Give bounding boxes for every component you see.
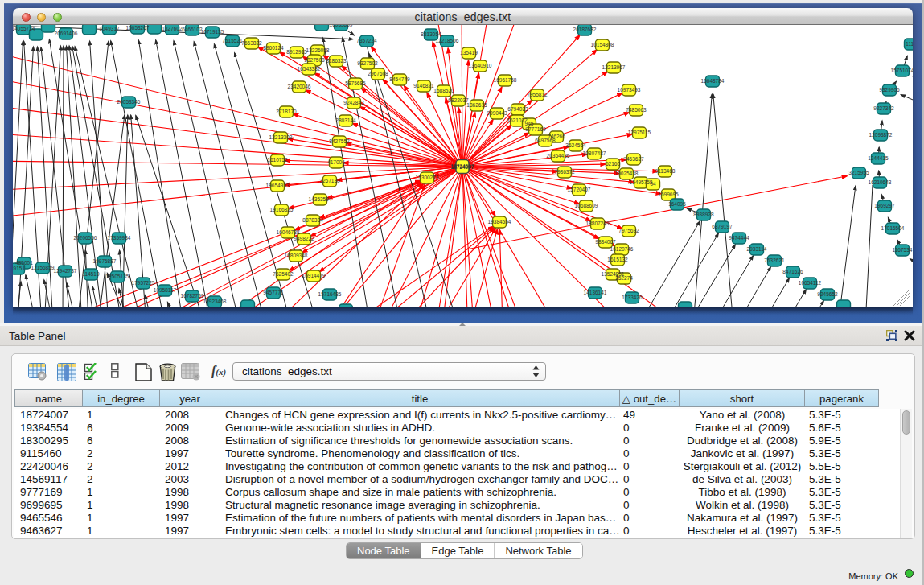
svg-text:19654933: 19654933 xyxy=(266,183,290,188)
svg-text:6466102: 6466102 xyxy=(182,27,203,32)
svg-text:9884067: 9884067 xyxy=(595,239,616,245)
svg-text:1969297: 1969297 xyxy=(874,203,895,208)
svg-text:9327502: 9327502 xyxy=(357,60,378,66)
svg-text:3215955: 3215955 xyxy=(848,170,869,175)
svg-text:1049317: 1049317 xyxy=(99,26,120,31)
svg-text:15751074: 15751074 xyxy=(891,68,913,73)
svg-text:1610752: 1610752 xyxy=(267,157,288,163)
svg-text:7975692: 7975692 xyxy=(618,228,639,233)
svg-text:114519: 114519 xyxy=(82,271,100,277)
svg-text:9457771: 9457771 xyxy=(263,290,284,295)
svg-text:19384554: 19384554 xyxy=(488,219,511,225)
svg-text:16120746: 16120746 xyxy=(610,246,634,252)
svg-text:5875685: 5875685 xyxy=(345,80,366,86)
svg-text:7625402: 7625402 xyxy=(273,271,294,277)
svg-text:6879197: 6879197 xyxy=(712,224,733,229)
svg-text:20691406: 20691406 xyxy=(55,31,78,36)
svg-text:1244415: 1244415 xyxy=(868,155,889,161)
svg-text:6497568: 6497568 xyxy=(535,138,556,143)
svg-text:20187682: 20187682 xyxy=(573,27,597,32)
svg-text:7485063: 7485063 xyxy=(626,107,647,113)
svg-text:9245652: 9245652 xyxy=(817,291,838,297)
svg-text:1588520: 1588520 xyxy=(433,88,454,93)
svg-text:16648784: 16648784 xyxy=(701,78,725,84)
svg-text:9227342: 9227342 xyxy=(873,105,894,111)
svg-text:1112: 1112 xyxy=(906,41,913,47)
svg-text:12942737: 12942737 xyxy=(54,268,77,274)
svg-text:19166825: 19166825 xyxy=(270,207,294,212)
svg-text:16210643: 16210643 xyxy=(869,179,892,185)
svg-text:12213303: 12213303 xyxy=(269,134,293,140)
svg-text:2933114: 2933114 xyxy=(747,246,767,252)
svg-text:14055724: 14055724 xyxy=(13,26,35,31)
svg-text:2967608: 2967608 xyxy=(368,71,388,76)
svg-text:16046738: 16046738 xyxy=(277,229,300,235)
svg-text:1167534: 1167534 xyxy=(893,247,913,253)
svg-text:3624554: 3624554 xyxy=(565,142,586,148)
svg-text:13640910: 13640910 xyxy=(469,63,492,68)
svg-text:16033809: 16033809 xyxy=(330,25,353,27)
svg-text:15300273: 15300273 xyxy=(416,175,439,180)
svg-text:7515521: 7515521 xyxy=(222,38,243,43)
svg-text:8471626: 8471626 xyxy=(782,269,803,274)
svg-text:17359934: 17359934 xyxy=(108,235,131,241)
svg-text:7955812: 7955812 xyxy=(527,92,548,97)
svg-text:7663822: 7663822 xyxy=(241,40,262,46)
svg-text:10654112: 10654112 xyxy=(799,280,822,286)
svg-text:7632621: 7632621 xyxy=(764,257,785,263)
svg-text:62160: 62160 xyxy=(606,161,620,167)
svg-text:945: 945 xyxy=(525,121,534,126)
svg-text:12923468: 12923468 xyxy=(203,299,227,304)
svg-text:10958117: 10958117 xyxy=(154,287,177,293)
svg-text:6822037: 6822037 xyxy=(448,97,469,103)
svg-text:1615132: 1615132 xyxy=(607,257,628,262)
svg-text:20364436: 20364436 xyxy=(547,153,570,159)
svg-text:7986372: 7986372 xyxy=(554,169,575,175)
svg-text:9777169: 9777169 xyxy=(525,126,546,132)
svg-text:12218506: 12218506 xyxy=(436,38,459,43)
svg-text:9329906: 9329906 xyxy=(879,87,900,93)
svg-text:12093872: 12093872 xyxy=(869,132,893,138)
svg-text:12213967: 12213967 xyxy=(602,64,626,70)
svg-text:10653267: 10653267 xyxy=(126,25,150,31)
svg-text:8960124: 8960124 xyxy=(263,45,284,51)
svg-text:8813054: 8813054 xyxy=(421,31,441,37)
svg-text:16809348: 16809348 xyxy=(285,253,308,258)
svg-text:20053346: 20053346 xyxy=(117,99,141,105)
svg-text:1733426: 1733426 xyxy=(622,295,643,300)
svg-text:12505135: 12505135 xyxy=(106,274,129,279)
svg-text:8912915: 8912915 xyxy=(286,49,307,55)
svg-text:1699695: 1699695 xyxy=(658,192,679,197)
svg-text:135419: 135419 xyxy=(460,50,478,56)
svg-text:2718170: 2718170 xyxy=(276,109,297,114)
svg-text:12156859: 12156859 xyxy=(31,265,55,270)
svg-text:10154808: 10154808 xyxy=(591,42,614,47)
svg-text:10719135: 10719135 xyxy=(201,29,224,35)
svg-text:9474444: 9474444 xyxy=(729,235,749,241)
svg-text:1362615: 1362615 xyxy=(466,102,487,108)
svg-text:17016504: 17016504 xyxy=(881,225,905,231)
svg-text:8938928: 8938928 xyxy=(693,212,714,217)
svg-text:9498222: 9498222 xyxy=(294,236,314,241)
svg-text:8454749: 8454749 xyxy=(389,76,410,82)
svg-text:417006: 417006 xyxy=(327,159,345,165)
svg-text:9146821: 9146821 xyxy=(413,83,434,89)
svg-text:8878334: 8878334 xyxy=(302,217,323,223)
svg-text:12975115: 12975115 xyxy=(628,130,651,135)
svg-text:23420046: 23420046 xyxy=(288,84,311,89)
svg-text:15716485: 15716485 xyxy=(318,291,342,297)
svg-text:16914479: 16914479 xyxy=(302,273,326,278)
svg-text:9242843: 9242843 xyxy=(343,100,364,105)
svg-text:04: 04 xyxy=(650,181,656,187)
svg-text:9327508: 9327508 xyxy=(304,57,325,63)
svg-text:15720407: 15720407 xyxy=(568,187,591,192)
svg-text:18724007: 18724007 xyxy=(451,164,474,170)
svg-text:20206556: 20206556 xyxy=(74,235,97,241)
svg-text:10973493: 10973493 xyxy=(618,87,641,93)
svg-text:14136141: 14136141 xyxy=(584,290,607,295)
svg-text:10807487: 10807487 xyxy=(583,150,606,156)
svg-text:16543382: 16543382 xyxy=(298,66,321,72)
svg-text:16782759: 16782759 xyxy=(181,293,204,299)
svg-text:1327602: 1327602 xyxy=(162,26,183,31)
svg-text:6794023: 6794023 xyxy=(507,106,528,112)
